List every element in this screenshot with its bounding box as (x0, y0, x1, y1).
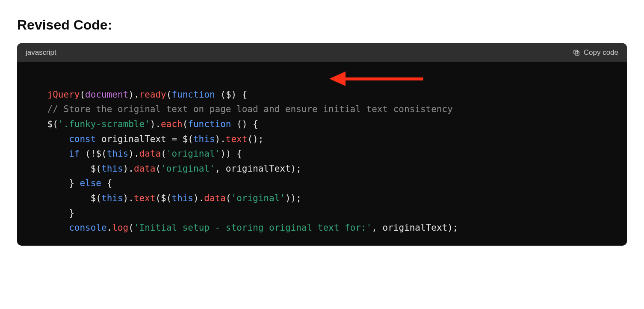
svg-rect-1 (574, 50, 578, 54)
code-token: )); (285, 193, 301, 203)
code-token: each (161, 119, 183, 129)
code-token: const (69, 134, 96, 144)
code-token: this (101, 193, 123, 203)
code-token: $( (26, 119, 58, 129)
code-token: log (112, 223, 128, 233)
copy-code-label: Copy code (584, 48, 618, 57)
code-token: ( (183, 119, 188, 129)
code-body[interactable]: jQuery(document).ready(function ($) { //… (17, 62, 627, 246)
code-token: jQuery (47, 89, 80, 100)
code-token: $( (26, 163, 101, 174)
code-token: data (134, 163, 156, 174)
code-token: originalText = $( (96, 134, 193, 144)
code-block: javascript Copy code jQuery(document).re… (17, 43, 627, 246)
code-token: ( (155, 163, 161, 174)
code-token: this (193, 134, 215, 144)
copy-icon (573, 49, 580, 56)
code-token: text (226, 134, 248, 144)
code-token (26, 223, 69, 233)
code-token: } (26, 178, 80, 188)
code-token: console (69, 223, 107, 233)
code-token: ). (128, 149, 139, 159)
code-token: $( (26, 193, 101, 203)
code-token: function (188, 119, 231, 129)
code-token: '.funky-scramble' (58, 119, 150, 129)
code-token: ). (123, 163, 134, 174)
code-token: ( (128, 223, 134, 233)
code-token: , originalText); (215, 163, 301, 174)
code-token: ). (128, 89, 139, 100)
code-token: function (171, 89, 215, 100)
code-token: ) { (231, 89, 248, 100)
annotation-arrow (329, 71, 423, 86)
code-token: 'original' (161, 163, 215, 174)
code-token: ( (215, 89, 226, 100)
code-token: ( (161, 149, 166, 159)
code-token (26, 149, 69, 159)
code-token: ready (139, 89, 166, 100)
code-token: text (134, 193, 156, 203)
code-token: } (26, 208, 74, 218)
code-comment: // Store the original text on page load … (26, 104, 453, 114)
code-token: ). (193, 193, 204, 203)
code-token: (); (247, 134, 263, 144)
code-token: () { (231, 119, 258, 129)
code-token (26, 134, 69, 144)
code-token: )) { (220, 149, 242, 159)
code-token: ( (166, 89, 172, 100)
code-token: document (85, 89, 128, 100)
copy-code-button[interactable]: Copy code (573, 48, 618, 57)
code-token: if (69, 149, 80, 159)
code-token: this (101, 163, 123, 174)
code-token: else (80, 178, 101, 188)
code-token: ). (150, 119, 161, 129)
code-token: ). (215, 134, 226, 144)
code-token: ($( (155, 193, 171, 203)
code-block-header: javascript Copy code (17, 43, 627, 62)
code-token: ). (123, 193, 134, 203)
code-token: 'original' (166, 149, 220, 159)
code-token: 'Initial setup - storing original text f… (134, 223, 372, 233)
code-token: this (171, 193, 193, 203)
code-token: ( (226, 193, 231, 203)
code-token: this (107, 149, 129, 159)
section-heading: Revised Code: (17, 17, 627, 33)
code-token: . (107, 223, 112, 233)
code-token: 'original' (231, 193, 285, 203)
code-token: $ (226, 89, 231, 100)
code-language-label: javascript (26, 48, 56, 57)
svg-rect-0 (575, 51, 579, 55)
code-token: , originalText); (372, 223, 458, 233)
code-token: ( (80, 89, 85, 100)
code-token: { (101, 178, 112, 188)
code-token: data (139, 149, 161, 159)
code-token: data (204, 193, 226, 203)
code-token: (!$( (80, 149, 106, 159)
